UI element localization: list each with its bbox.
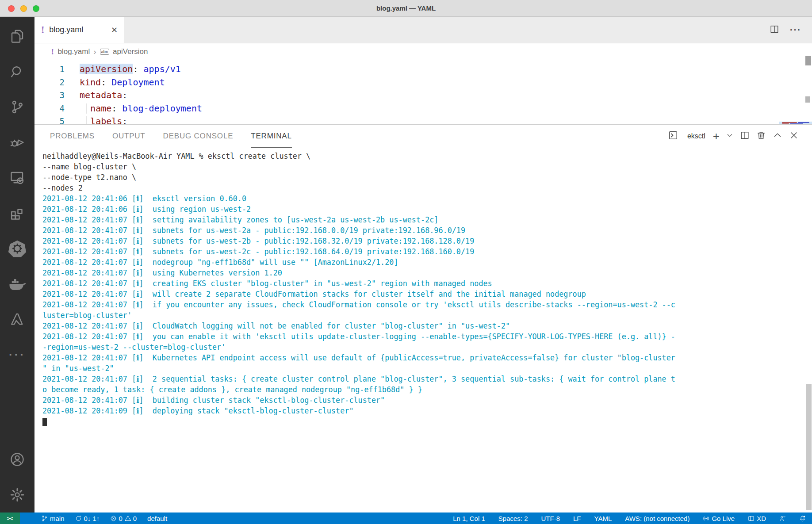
status-encoding[interactable]: UTF-8 — [541, 515, 560, 522]
status-problems[interactable]: 00 — [110, 515, 137, 522]
code-text: metadata: — [80, 89, 127, 102]
breadcrumb-file[interactable]: blog.yaml — [57, 47, 90, 56]
gear-icon — [9, 487, 25, 503]
panel-tab-debug-console[interactable]: DEBUG CONSOLE — [163, 125, 234, 148]
activity-bar-run-and-debug[interactable] — [0, 125, 34, 160]
remote-explorer-icon — [9, 170, 25, 186]
status-aws-connection[interactable]: AWS: (not connected) — [625, 515, 689, 522]
indent-guide — [86, 116, 87, 124]
activity-bar-source-control[interactable] — [0, 89, 34, 125]
activity-bar-more-views[interactable]: ··· — [0, 337, 34, 372]
editor-tab-bar: ! blog.yaml ✕ ··· — [34, 17, 812, 43]
editor-scrollbar-thumb[interactable] — [805, 56, 811, 65]
status-bar: ><main0↓ 1↑00default Ln 1, Col 1Spaces: … — [0, 513, 812, 524]
terminal-line — [42, 416, 803, 427]
split-terminal-button[interactable] — [740, 130, 750, 142]
kill-terminal-button[interactable] — [756, 130, 766, 142]
line-number: 5 — [34, 115, 65, 124]
kubernetes-icon — [8, 239, 27, 258]
indent-guide — [86, 103, 87, 114]
panel-tab-terminal[interactable]: TERMINAL — [251, 125, 291, 148]
chevron-right-icon: › — [93, 47, 96, 57]
error-icon — [110, 515, 117, 522]
activity-bar-search[interactable] — [0, 54, 34, 89]
code-text: kind: Deployment — [80, 76, 165, 89]
feedback-icon — [779, 515, 786, 522]
status-aws-profile[interactable]: default — [147, 515, 167, 522]
breadcrumb-symbol[interactable]: apiVersion — [113, 47, 148, 56]
panel-tab-output[interactable]: OUTPUT — [112, 125, 146, 148]
maximize-panel-button[interactable] — [773, 130, 782, 142]
activity-bar-settings[interactable] — [0, 477, 34, 513]
zoom-window-button[interactable] — [33, 5, 39, 12]
line-number: 2 — [34, 76, 65, 89]
terminal-line: -region=us-west-2 --cluster=blog-cluster… — [42, 342, 803, 352]
terminal-shell-label[interactable]: eksctl — [687, 132, 705, 140]
terminal-scrollbar-thumb[interactable] — [806, 384, 812, 510]
terminal-line: o become ready, 1 task: { create addons … — [42, 384, 803, 395]
terminal-line: 2021-08-12 20:41:07 [ℹ] Kubernetes API e… — [42, 352, 803, 363]
status-notifications[interactable] — [799, 515, 806, 522]
terminal-line: 2021-08-12 20:41:07 [ℹ] 2 sequential tas… — [42, 374, 803, 384]
terminal-line: 2021-08-12 20:41:06 [ℹ] eksctl version 0… — [42, 193, 803, 204]
status-feedback[interactable] — [779, 515, 786, 522]
status-eol-sequence[interactable]: LF — [573, 515, 581, 522]
activity-bar-remote-explorer[interactable] — [0, 160, 34, 195]
status-cursor-position[interactable]: Ln 1, Col 1 — [453, 515, 485, 522]
status-git-branch[interactable]: main — [41, 515, 65, 522]
status-indentation[interactable]: Spaces: 2 — [498, 515, 528, 522]
docker-icon — [8, 275, 27, 293]
more-icon: ··· — [9, 348, 26, 362]
yaml-file-icon: ! — [41, 24, 45, 35]
code-line: 3metadata: — [34, 89, 812, 102]
activity-bar-explorer[interactable] — [0, 19, 34, 54]
minimize-window-button[interactable] — [20, 5, 27, 12]
code-line: 4 name: blog-deployment — [34, 102, 812, 115]
activity-bar-extensions[interactable] — [0, 195, 34, 231]
status-xd-extension[interactable]: XD — [748, 515, 766, 522]
new-terminal-button[interactable]: + — [713, 130, 720, 142]
terminal-line: 2021-08-12 20:41:06 [ℹ] using region us-… — [42, 204, 803, 214]
yaml-file-icon: ! — [51, 47, 54, 56]
broadcast-icon — [703, 515, 709, 522]
code-line: 2kind: Deployment — [34, 76, 812, 89]
status-go-live[interactable]: Go Live — [703, 515, 735, 522]
files-icon — [9, 28, 25, 44]
terminal-line: 2021-08-12 20:41:07 [ℹ] setting availabi… — [42, 214, 803, 225]
terminal-line: " in "us-west-2" — [42, 363, 803, 374]
code-text: apiVersion: apps/v1 — [80, 63, 181, 76]
split-editor-button[interactable] — [770, 24, 779, 36]
terminal-line: --node-type t2.nano \ — [42, 172, 803, 183]
terminal-line: 2021-08-12 20:41:07 [ℹ] creating EKS clu… — [42, 278, 803, 289]
bottom-panel: PROBLEMSOUTPUTDEBUG CONSOLETERMINAL eksc… — [34, 124, 812, 513]
panel-tab-problems[interactable]: PROBLEMS — [50, 125, 95, 148]
terminal-line: 2021-08-12 20:41:09 [ℹ] deploying stack … — [42, 405, 803, 416]
terminal-line: 2021-08-12 20:41:07 [ℹ] will create 2 se… — [42, 289, 803, 299]
code-editor[interactable]: 1apiVersion: apps/v12kind: Deployment3me… — [34, 60, 812, 124]
terminal-line: 2021-08-12 20:41:07 [ℹ] CloudWatch loggi… — [42, 321, 803, 331]
symbol-string-icon: abc — [100, 49, 110, 55]
branch-icon — [41, 515, 48, 522]
close-tab-icon[interactable]: ✕ — [111, 26, 118, 34]
tab-blog-yaml[interactable]: ! blog.yaml ✕ — [34, 17, 124, 43]
code-text: name: blog-deployment — [80, 102, 202, 115]
source-control-icon — [9, 99, 25, 115]
activity-bar-azure[interactable] — [0, 302, 34, 337]
activity-bar-docker[interactable] — [0, 266, 34, 302]
code-line: 1apiVersion: apps/v1 — [34, 63, 812, 76]
overview-ruler-mark — [805, 96, 810, 103]
activity-bar-accounts[interactable] — [0, 442, 34, 477]
activity-bar-kubernetes[interactable] — [0, 231, 34, 266]
close-panel-button[interactable] — [789, 130, 799, 142]
xd-icon — [748, 515, 755, 522]
close-window-button[interactable] — [8, 5, 15, 12]
status-language-mode[interactable]: YAML — [594, 515, 612, 522]
terminal-line: 2021-08-12 20:41:07 [ℹ] subnets for us-w… — [42, 236, 803, 246]
more-actions-button[interactable]: ··· — [790, 25, 801, 35]
vscode-window: { "window": { "title": "blog.yaml — YAML… — [0, 0, 812, 524]
status-remote-indicator[interactable]: >< — [0, 513, 20, 524]
status-git-sync[interactable]: 0↓ 1↑ — [75, 515, 100, 522]
terminal-line: 2021-08-12 20:41:07 [ℹ] subnets for us-w… — [42, 246, 803, 257]
terminal-dropdown-button[interactable] — [726, 132, 733, 141]
terminal-output[interactable]: neilhaddley@Neils-MacBook-Air YAML % eks… — [34, 148, 803, 513]
